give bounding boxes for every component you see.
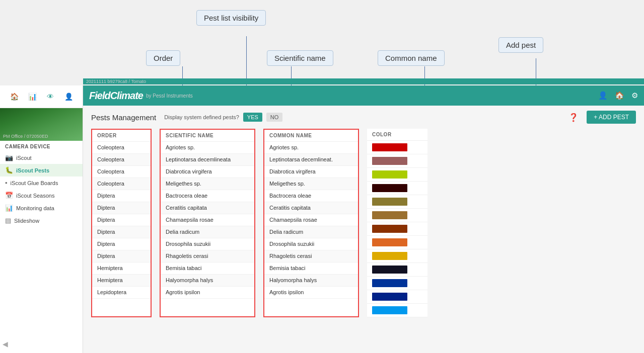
sidebar-item-glue-boards[interactable]: ▪ iScout Glue Boards [0, 176, 83, 189]
scientific-cells: Agriotes sp.Leptinotarsa decemlineataDia… [161, 142, 254, 299]
scientific-cell: Rhagoletis cerasi [161, 250, 254, 262]
color-cell [367, 154, 427, 168]
display-toggle-group: Display system defined pests? YES NO [164, 113, 282, 122]
order-cell: Lepidoptera [92, 287, 151, 299]
sidebar-item-slideshow-label: Slideshow [14, 218, 39, 224]
sidebar-item-iscout[interactable]: 📷 iScout [0, 151, 83, 164]
color-cell [367, 277, 427, 290]
sidebar-item-monitoring[interactable]: 📊 Monitoring data [0, 202, 83, 214]
color-cell [367, 209, 427, 222]
common-cell: Drosophila suzukii [264, 238, 358, 250]
order-cell: Diptera [92, 226, 151, 238]
sidebar-section-title: CAMERA DEVICE [0, 141, 83, 151]
color-cell [367, 236, 427, 249]
color-cell [367, 168, 427, 182]
topbar-settings-icon[interactable]: ⚙ [631, 91, 638, 100]
color-swatch [372, 238, 407, 246]
common-name-header: COMMON NAME [264, 130, 358, 142]
sidebar-hero-image: PM Office / 072050ED [0, 108, 83, 141]
help-icon[interactable]: ❓ [568, 113, 579, 122]
common-cell: Delia radicum [264, 226, 358, 238]
order-cell: Diptera [92, 202, 151, 214]
sidebar-collapse-arrow[interactable]: ◀ [3, 340, 8, 348]
sidebar-hero-label: PM Office / 072050ED [3, 134, 48, 139]
common-cell: Bemisia tabaci [264, 262, 358, 275]
sidebar-item-iscout-pests-label: iScout Pests [16, 167, 49, 173]
scientific-cell: Agrotis ipsilon [161, 287, 254, 299]
common-cell: Ceratitis capitata [264, 202, 358, 214]
sidebar-item-iscout-pests[interactable]: 🐛 iScout Pests [0, 164, 83, 176]
order-cell: Hemiptera [92, 275, 151, 287]
sidebar-item-monitoring-label: Monitoring data [16, 205, 54, 211]
seasons-icon: 📅 [5, 192, 13, 199]
topbar: 20211111 b9279ca8 / Tomato FieldClimate … [83, 85, 644, 106]
common-cell: Agrotis ipsilon [264, 287, 358, 299]
common-cell: Meligethes sp. [264, 178, 358, 190]
common-cell: Bactrocera oleae [264, 190, 358, 202]
order-cell: Diptera [92, 214, 151, 226]
app-logo: FieldClimate [89, 90, 143, 102]
monitoring-icon: 📊 [5, 204, 13, 212]
color-cell [367, 304, 427, 317]
color-swatch [372, 293, 407, 301]
scientific-name-header: SCIENTIFIC NAME [161, 130, 254, 142]
yes-button[interactable]: YES [243, 113, 262, 122]
display-label: Display system defined pests? [164, 114, 239, 120]
app-subtitle: by Pessl Instruments [146, 93, 193, 99]
pest-table: ORDER ColeopteraColeopteraColeopteraCole… [83, 129, 644, 325]
scientific-cell: Halyomorpha halys [161, 275, 254, 287]
common-cell: Leptinotarsa decemlineat. [264, 154, 358, 166]
nav-chart-icon[interactable]: 📊 [24, 90, 40, 104]
order-cell: Hemiptera [92, 262, 151, 275]
color-cell [367, 182, 427, 195]
common-cell: Agriotes sp. [264, 142, 358, 154]
sidebar-item-slideshow[interactable]: ▤ Slideshow [0, 214, 83, 227]
common-cell: Halyomorpha halys [264, 275, 358, 287]
color-swatch [372, 184, 407, 192]
color-swatch [372, 157, 407, 165]
order-cell: Diptera [92, 238, 151, 250]
order-cell: Coleoptera [92, 166, 151, 178]
order-cell: Diptera [92, 250, 151, 262]
scientific-cell: Bemisia tabaci [161, 262, 254, 275]
sidebar-item-iscout-label: iScout [16, 155, 32, 161]
order-header: ORDER [92, 130, 151, 142]
annotation-common-name: Common name [378, 50, 445, 66]
color-header: COLOR [367, 129, 427, 141]
color-swatch [372, 170, 407, 179]
topbar-station-icon[interactable]: 🏠 [615, 91, 624, 100]
color-cell [367, 249, 427, 263]
color-swatch [372, 279, 407, 287]
common-cell: Chamaepsila rosae [264, 214, 358, 226]
scientific-cell: Ceratitis capitata [161, 202, 254, 214]
scientific-cell: Leptinotarsa decemlineata [161, 154, 254, 166]
breadcrumb: 20211111 b9279ca8 / Tomato [83, 78, 644, 84]
annotation-pest-list-visibility: Pest list visibility [196, 10, 266, 26]
sidebar-item-seasons-label: iScout Seasons [16, 193, 54, 199]
common-cells: Agriotes sp.Leptinotarsa decemlineat.Dia… [264, 142, 358, 299]
add-pest-button[interactable]: + ADD PEST [587, 111, 636, 124]
iscout-pests-icon: 🐛 [5, 166, 13, 174]
annotation-scientific-name: Scientific name [267, 50, 333, 66]
color-swatch [372, 252, 407, 260]
color-cell [367, 141, 427, 154]
order-cell: Coleoptera [92, 178, 151, 190]
nav-person-icon[interactable]: 👤 [60, 90, 77, 104]
common-cell: Diabrotica virgifera [264, 166, 358, 178]
topbar-icons: 👤 🏠 ⚙ [598, 91, 638, 100]
sidebar-nav-icons: 🏠 📊 👁 👤 [0, 85, 83, 108]
color-swatch [372, 143, 407, 151]
order-column: ORDER ColeopteraColeopteraColeopteraCole… [91, 129, 152, 317]
common-name-column: COMMON NAME Agriotes sp.Leptinotarsa dec… [263, 129, 359, 317]
color-swatch [372, 211, 407, 219]
color-column: COLOR [367, 129, 427, 317]
order-cells: ColeopteraColeopteraColeopteraColeoptera… [92, 142, 151, 299]
nav-home-icon[interactable]: 🏠 [6, 90, 22, 104]
page-header: Pests Management Display system defined … [83, 106, 644, 129]
color-cell [367, 195, 427, 209]
nav-eye-icon[interactable]: 👁 [42, 90, 58, 104]
topbar-user-icon[interactable]: 👤 [598, 91, 608, 100]
scientific-cell: Diabrotica virgifera [161, 166, 254, 178]
sidebar-item-seasons[interactable]: 📅 iScout Seasons [0, 189, 83, 202]
no-button[interactable]: NO [266, 113, 283, 122]
